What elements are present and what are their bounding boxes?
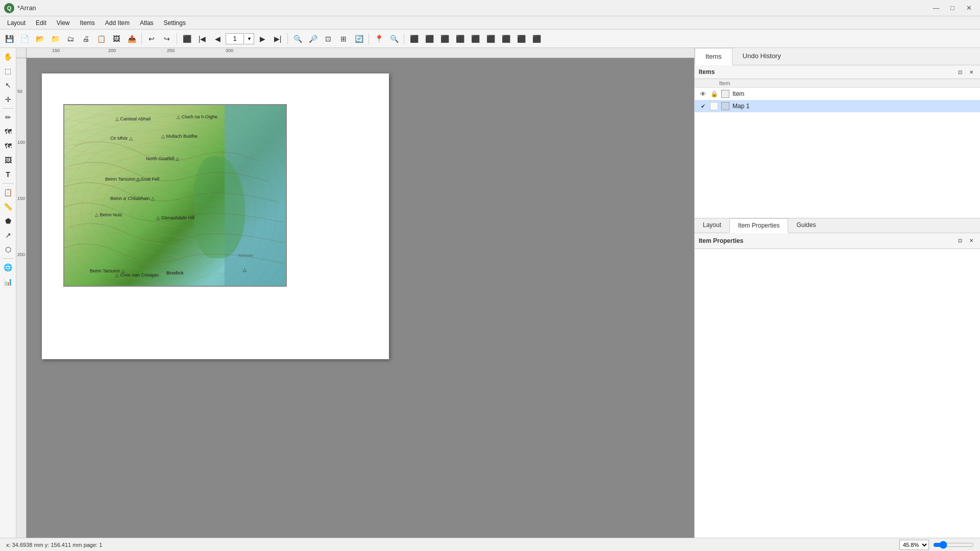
eye-icon: 👁 [700,90,706,98]
tb-item7[interactable]: ⬛ [499,32,513,46]
menu-edit[interactable]: Edit [31,18,52,28]
tool-add-html[interactable]: 🌐 [2,261,15,274]
page-dropdown[interactable]: ▼ [245,33,254,44]
tb-zoom-out[interactable]: 🔎 [306,32,320,46]
items-panel-close[interactable]: ✕ [967,67,976,77]
item-visibility-toggle[interactable]: 👁 [699,90,707,98]
tb-refresh[interactable]: 🔄 [352,32,366,46]
tb-item1[interactable]: ⬛ [407,32,421,46]
map-label-13: △ [243,267,247,272]
tb-print[interactable]: 🖨 [79,32,93,46]
map-item[interactable]: △ Caisteal Abhail △ Cìoch na h-Oighe Cir… [63,104,287,287]
tool-select-area[interactable]: ⬚ [2,64,15,78]
tab-undo-history[interactable]: Undo History [732,48,791,65]
minimize-button[interactable]: — [929,3,943,14]
tb-separator-3 [287,33,288,44]
map-label-8: Beinn a' Chliabhain △ [110,196,155,201]
list-item[interactable]: ✔ Map 1 [695,100,980,112]
item-lock-toggle[interactable]: 🔒 [710,90,718,98]
tb-open-recent[interactable]: 📁 [48,32,62,46]
tb-item5[interactable]: ⬛ [468,32,482,46]
tool-pan[interactable]: ✋ [2,50,15,63]
item-properties-header: Item Properties ⊡ ✕ [695,233,980,249]
tb-nav-first[interactable]: |◀ [195,32,209,46]
tb-atlas-settings[interactable]: 📍 [372,32,386,46]
ruler-tick-v-1: 100 [17,140,25,145]
items-column-header: Item [695,79,980,88]
tool-move-item[interactable]: ✛ [2,93,15,106]
lt-sep-1 [3,108,14,109]
tb-print-pdf[interactable]: 📋 [94,32,108,46]
list-item[interactable]: 👁 🔒 Item [695,88,980,100]
item-visibility-toggle[interactable]: ✔ [699,102,707,110]
tab-layout[interactable]: Layout [695,218,729,233]
page-number-input[interactable] [226,33,244,44]
maximize-button[interactable]: □ [945,3,960,14]
layout-page[interactable]: △ Caisteal Abhail △ Cìoch na h-Oighe Cir… [42,73,389,359]
tool-add-attr-table[interactable]: 📊 [2,275,15,288]
tb-zoom-in[interactable]: 🔍 [290,32,305,46]
main-area: ✋ ⬚ ↖ ✛ ✏ 🗺 🗺 🖼 T 📋 📏 ⬟ ↗ ⬡ 🌐 📊 150 200 … [0,48,980,538]
page-selector: ▼ [226,33,254,44]
items-panel-title: Items [699,68,715,76]
menu-atlas[interactable]: Atlas [135,18,159,28]
canvas-row: 50 100 150 200 [16,58,694,538]
tb-open2[interactable]: 🗂 [63,32,78,46]
menu-items[interactable]: Items [75,18,100,28]
tool-add-shape[interactable]: ⬟ [2,214,15,228]
tb-redo[interactable]: ↪ [160,32,174,46]
tb-export-img[interactable]: 🖼 [109,32,124,46]
item-lock-toggle[interactable] [710,102,718,110]
canvas-area: 150 200 250 300 50 100 150 200 [16,48,694,538]
tb-zoom-100[interactable]: ⊞ [336,32,351,46]
tb-export-svg[interactable]: 📤 [125,32,139,46]
items-panel-dock[interactable]: ⊡ [955,67,965,77]
tb-item9[interactable]: ⬛ [529,32,544,46]
tb-item6[interactable]: ⬛ [483,32,498,46]
tab-item-properties[interactable]: Item Properties [729,218,788,233]
tb-new[interactable]: 📄 [17,32,32,46]
tool-add-map[interactable]: 🗺 [2,125,15,138]
tool-add-text[interactable]: T [2,168,15,181]
zoom-select[interactable]: 10% 25% 45.8% 50% 75% 100% 125% 150% 200… [899,540,929,550]
tool-add-scalebar[interactable]: 📏 [2,200,15,213]
tb-undo[interactable]: ↩ [144,32,159,46]
tb-item2[interactable]: ⬛ [422,32,436,46]
ruler-tick-v-2: 150 [17,196,25,201]
tb-nav-prev[interactable]: ◀ [210,32,225,46]
tb-open[interactable]: 📂 [33,32,47,46]
tab-guides[interactable]: Guides [788,218,824,233]
tool-add-arrow[interactable]: ↗ [2,229,15,242]
tb-item4[interactable]: ⬛ [453,32,467,46]
tool-add-3d-map[interactable]: 🗺 [2,139,15,153]
menu-settings[interactable]: Settings [159,18,191,28]
tb-nav-next[interactable]: ▶ [255,32,270,46]
item-props-dock[interactable]: ⊡ [955,236,965,245]
menu-view[interactable]: View [52,18,75,28]
close-button[interactable]: ✕ [962,3,976,14]
tool-node-edit[interactable]: ✏ [2,111,15,124]
menu-add-item[interactable]: Add Item [100,18,135,28]
tb-select-all[interactable]: ⬛ [180,32,194,46]
tool-add-picture[interactable]: 🖼 [2,154,15,167]
tb-save[interactable]: 💾 [2,32,16,46]
page-container: △ Caisteal Abhail △ Cìoch na h-Oighe Cir… [42,73,389,359]
tool-add-legend[interactable]: 📋 [2,186,15,199]
items-panel: Items ⊡ ✕ Item 👁 🔒 [695,65,980,218]
statusbar: x: 34.6938 mm y: 156.411 mm page: 1 10% … [0,538,980,551]
canvas-scroll[interactable]: △ Caisteal Abhail △ Cìoch na h-Oighe Cir… [27,58,694,538]
menu-layout[interactable]: Layout [2,18,31,28]
tb-atlas-zoom[interactable]: 🔍 [387,32,401,46]
tb-item8[interactable]: ⬛ [514,32,528,46]
zoom-slider[interactable] [933,541,974,549]
tb-nav-last[interactable]: ▶| [271,32,285,46]
tb-item3[interactable]: ⬛ [437,32,452,46]
map-label-10: △ Glenashdale Hill [156,215,194,220]
tb-zoom-fit[interactable]: ⊡ [321,32,335,46]
tab-items[interactable]: Items [695,48,732,65]
no-lock-icon [710,102,718,110]
tool-add-node-item[interactable]: ⬡ [2,243,15,256]
items-content: Item 👁 🔒 Item ✔ [695,79,980,218]
tool-select-item[interactable]: ↖ [2,79,15,92]
item-props-close[interactable]: ✕ [967,236,976,245]
